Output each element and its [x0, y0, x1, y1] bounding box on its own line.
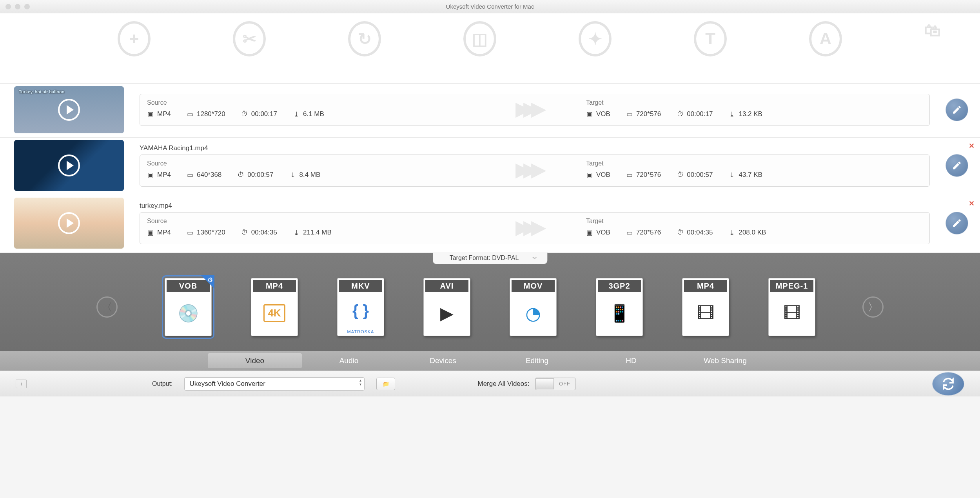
toolbar: + ✂ ↻ ◫ ✦ T A 🛍 — [0, 13, 980, 84]
open-output-folder-button[interactable]: 📁 — [376, 378, 395, 390]
resolution-icon: ▭ — [187, 229, 194, 236]
remove-item-button[interactable]: ✕ — [969, 142, 975, 150]
store-icon[interactable]: 🛍 — [924, 21, 941, 40]
format-option-mp4[interactable]: MP4🎞 — [682, 278, 729, 336]
tab-audio[interactable]: Audio — [302, 353, 396, 368]
filesize-icon: ⤓ — [728, 171, 735, 178]
source-label: Source — [147, 99, 468, 106]
video-thumbnail[interactable] — [14, 198, 124, 249]
tab-editing[interactable]: Editing — [490, 353, 584, 368]
format-option-3gp2[interactable]: 3GP2📱 — [596, 278, 643, 336]
bottom-bar: + Output: Ukeysoft Video Converter ▲▼ 📁 … — [0, 371, 980, 396]
filesize-icon: ⤓ — [728, 111, 735, 118]
duration-icon: ⏱ — [237, 171, 244, 178]
conversion-card: Source ▣MP4 ▭1360*720 ⏱00:04:35 ⤓211.4 M… — [140, 212, 930, 244]
list-item[interactable]: Turkey, hot air balloon Source ▣MP4 ▭128… — [0, 84, 980, 138]
video-thumbnail[interactable]: Turkey, hot air balloon — [14, 86, 124, 133]
filesize-icon: ⤓ — [293, 229, 300, 236]
format-icon: ▣ — [147, 171, 154, 178]
file-name: YAMAHA Racing1.mp4 — [140, 144, 930, 152]
file-name: turkey.mp4 — [140, 202, 930, 210]
duration-icon: ⏱ — [677, 229, 684, 236]
list-item[interactable]: ✕ turkey.mp4 Source ▣MP4 ▭1360*720 ⏱00:0… — [0, 195, 980, 253]
trim-button[interactable]: ✂ — [233, 21, 266, 56]
conversion-card: Source ▣MP4 ▭1280*720 ⏱00:00:17 ⤓6.1 MB … — [140, 94, 930, 126]
target-label: Target — [586, 99, 860, 106]
category-tabs: VideoAudioDevicesEditingHDWeb Sharing — [0, 351, 980, 371]
merge-toggle[interactable]: OFF — [535, 378, 575, 390]
convert-button[interactable] — [932, 372, 964, 396]
format-option-mov[interactable]: MOV◔ — [510, 278, 557, 336]
format-icon: ▣ — [586, 171, 593, 178]
play-icon[interactable] — [58, 212, 80, 234]
conversion-card: Source ▣MP4 ▭640*368 ⏱00:00:57 ⤓8.4 MB ▶… — [140, 154, 930, 187]
window-title: Ukeysoft Video Converter for Mac — [0, 3, 980, 10]
format-icon: ▣ — [586, 229, 593, 236]
format-option-mp4[interactable]: MP44K — [251, 278, 298, 336]
duration-icon: ⏱ — [677, 171, 684, 178]
play-icon[interactable] — [58, 99, 80, 121]
arrow-icon: ▶▶▶ — [515, 97, 539, 120]
file-list: Turkey, hot air balloon Source ▣MP4 ▭128… — [0, 84, 980, 253]
resolution-icon: ▭ — [626, 111, 633, 118]
remove-item-button[interactable]: ✕ — [969, 199, 975, 208]
output-label: Output: — [152, 380, 172, 387]
filesize-icon: ⤓ — [293, 111, 300, 118]
add-file-button[interactable]: + — [118, 21, 151, 56]
edit-output-button[interactable] — [946, 212, 968, 234]
target-format-toggle[interactable]: Target Format: DVD-PAL ︾ — [433, 252, 548, 264]
formats-prev-button[interactable]: 〈 — [96, 296, 118, 318]
duration-icon: ⏱ — [241, 111, 248, 118]
filesize-icon: ⤓ — [728, 229, 735, 236]
merge-label: Merge All Videos: — [477, 380, 529, 388]
duration-icon: ⏱ — [241, 229, 248, 236]
format-icon: ▣ — [147, 111, 154, 118]
titlebar: Ukeysoft Video Converter for Mac — [0, 0, 980, 13]
tab-devices[interactable]: Devices — [396, 353, 490, 368]
format-picker: 〈 VOB💿MP44KMKV{ }MATROSKAAVI▶MOV◔3GP2📱MP… — [0, 253, 980, 351]
format-icon: ▣ — [147, 229, 154, 236]
arrow-icon: ▶▶▶ — [515, 158, 539, 181]
tab-web-sharing[interactable]: Web Sharing — [678, 353, 772, 368]
watermark-button[interactable]: T — [694, 21, 727, 56]
play-icon[interactable] — [58, 154, 80, 176]
format-option-mkv[interactable]: MKV{ }MATROSKA — [337, 278, 384, 336]
format-option-avi[interactable]: AVI▶ — [423, 278, 470, 336]
subtitle-button[interactable]: A — [809, 21, 842, 56]
list-item[interactable]: ✕ YAMAHA Racing1.mp4 Source ▣MP4 ▭640*36… — [0, 138, 980, 195]
resolution-icon: ▭ — [187, 171, 194, 178]
rotate-button[interactable]: ↻ — [348, 21, 381, 56]
resolution-icon: ▭ — [187, 111, 194, 118]
video-thumbnail[interactable] — [14, 140, 124, 191]
edit-output-button[interactable] — [946, 154, 968, 177]
output-path-select[interactable]: Ukeysoft Video Converter ▲▼ — [184, 377, 365, 391]
crop-button[interactable]: ◫ — [463, 21, 496, 56]
duration-icon: ⏱ — [677, 111, 684, 118]
resolution-icon: ▭ — [626, 171, 633, 178]
chevron-down-icon: ︾ — [532, 255, 537, 262]
formats-next-button[interactable]: 〉 — [862, 296, 884, 318]
tab-video[interactable]: Video — [208, 353, 302, 368]
edit-output-button[interactable] — [946, 98, 968, 121]
effects-button[interactable]: ✦ — [579, 21, 612, 56]
resolution-icon: ▭ — [626, 229, 633, 236]
add-output-button[interactable]: + — [16, 380, 27, 388]
tab-hd[interactable]: HD — [584, 353, 678, 368]
format-option-mpeg-1[interactable]: MPEG-1🎞 — [768, 278, 815, 336]
filesize-icon: ⤓ — [289, 171, 296, 178]
stepper-icon: ▲▼ — [359, 379, 362, 386]
format-option-vob[interactable]: VOB💿 — [165, 278, 212, 336]
arrow-icon: ▶▶▶ — [515, 216, 539, 238]
format-icon: ▣ — [586, 111, 593, 118]
